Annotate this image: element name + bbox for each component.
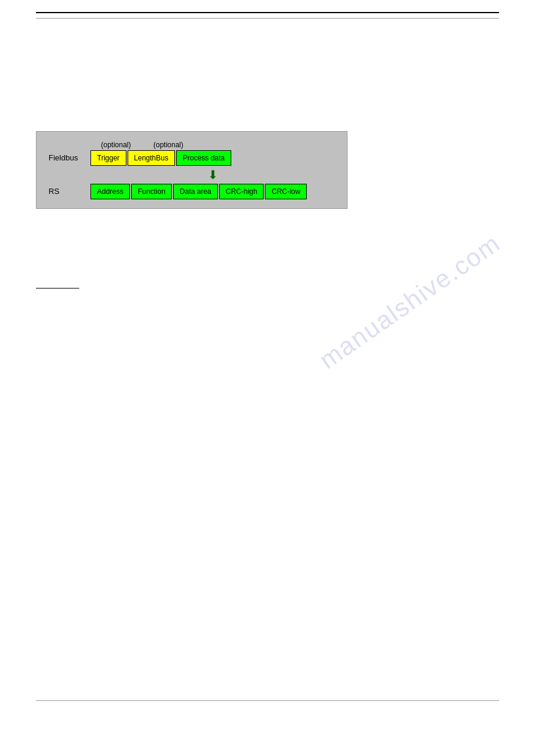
trigger-box: Trigger xyxy=(90,150,126,166)
body-para-5 xyxy=(36,329,499,341)
body-para-3 xyxy=(36,294,499,306)
body-para-6 xyxy=(36,347,499,359)
body-para-23 xyxy=(36,647,499,659)
body-para-4 xyxy=(36,311,499,323)
body-para-16 xyxy=(36,523,499,535)
optional-label-2: (optional) xyxy=(141,141,195,149)
para-1 xyxy=(36,31,499,42)
optional-label-1: (optional) xyxy=(90,141,141,149)
body-para-9 xyxy=(36,400,499,412)
body-para-20 xyxy=(36,594,499,606)
body-para-13 xyxy=(36,470,499,482)
body-para-1 xyxy=(36,233,499,245)
fieldbus-boxes: Trigger LengthBus Process data xyxy=(90,150,231,166)
body-para-22 xyxy=(36,629,499,641)
spacer-1 xyxy=(36,221,499,233)
fieldbus-label: Fieldbus xyxy=(49,153,90,162)
fieldbus-row: Fieldbus Trigger LengthBus Process data xyxy=(49,150,335,166)
crc-low-box: CRC-low xyxy=(265,184,307,199)
para-3 xyxy=(36,66,499,78)
arrow-down: ⬇ xyxy=(90,169,335,181)
body-para-17 xyxy=(36,541,499,553)
address-box: Address xyxy=(90,184,130,199)
page-container: (optional) (optional) Fieldbus Trigger L… xyxy=(0,0,535,756)
body-para-7 xyxy=(36,365,499,377)
sub-rule xyxy=(36,18,499,19)
body-para-12 xyxy=(36,453,499,464)
body-para-8 xyxy=(36,382,499,394)
process-data-box: Process data xyxy=(176,150,231,166)
body-para-11 xyxy=(36,435,499,447)
function-box: Function xyxy=(131,184,172,199)
body-para-15 xyxy=(36,506,499,518)
body-para-14 xyxy=(36,488,499,500)
body-para-21 xyxy=(36,612,499,624)
rs-boxes: Address Function Data area CRC-high CRC-… xyxy=(90,184,307,199)
rs-row: RS Address Function Data area CRC-high C… xyxy=(49,184,335,199)
body-para-19 xyxy=(36,576,499,588)
underline-section-title xyxy=(36,280,79,289)
para-5 xyxy=(36,101,499,113)
top-rule xyxy=(36,12,499,13)
body-para-24 xyxy=(36,664,499,676)
body-para-18 xyxy=(36,558,499,570)
para-4 xyxy=(36,84,499,96)
body-para-10 xyxy=(36,417,499,429)
data-area-box: Data area xyxy=(173,184,218,199)
bottom-rule xyxy=(36,700,499,701)
rs-label: RS xyxy=(49,187,90,196)
crc-high-box: CRC-high xyxy=(219,184,264,199)
optional-labels-row: (optional) (optional) xyxy=(90,141,335,149)
para-2 xyxy=(36,48,499,60)
lengthbus-box: LengthBus xyxy=(128,150,175,166)
diagram-container: (optional) (optional) Fieldbus Trigger L… xyxy=(36,131,347,209)
body-para-2 xyxy=(36,250,499,262)
